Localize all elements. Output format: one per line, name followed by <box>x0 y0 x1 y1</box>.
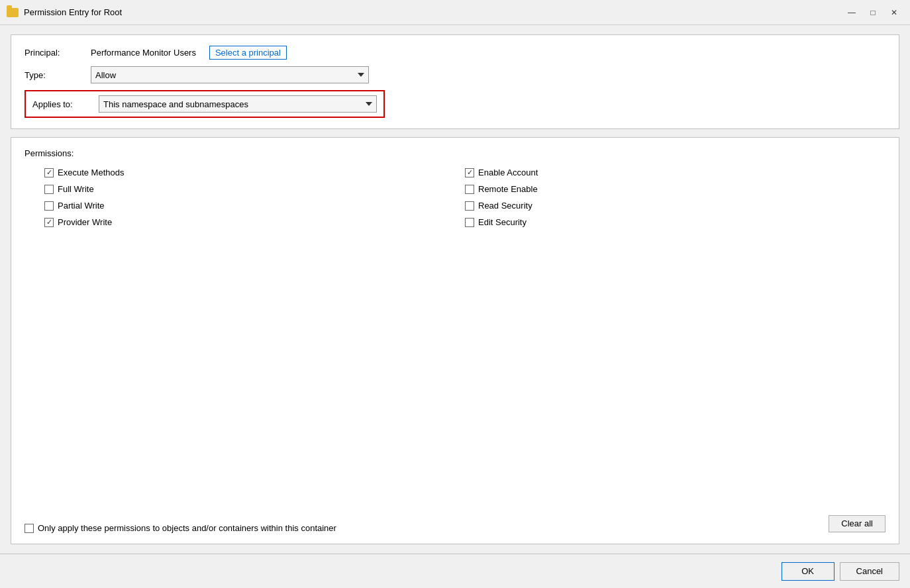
perm-enable-account-checkbox[interactable] <box>465 168 474 177</box>
clear-all-button[interactable]: Clear all <box>829 515 885 532</box>
dialog-footer: OK Cancel <box>0 554 910 588</box>
perm-partial-write-label: Partial Write <box>58 201 105 211</box>
perm-full-write-checkbox[interactable] <box>44 185 54 194</box>
applies-to-highlighted: Applies to: This namespace and subnamesp… <box>25 90 385 118</box>
applies-to-dropdown[interactable]: This namespace and subnamespaces This na… <box>99 95 377 113</box>
perm-provider-write: Provider Write <box>44 217 465 227</box>
minimize-button[interactable]: — <box>842 5 861 20</box>
permissions-bottom-bar: Only apply these permissions to objects … <box>25 506 885 533</box>
maximize-button[interactable]: □ <box>864 5 882 20</box>
window-title: Permission Entry for Root <box>24 7 837 17</box>
perm-enable-account: Enable Account <box>465 168 885 177</box>
perm-remote-enable: Remote Enable <box>465 184 885 194</box>
close-button[interactable]: ✕ <box>885 5 903 20</box>
type-row: Type: Allow Deny <box>25 66 885 83</box>
perm-read-security-label: Read Security <box>478 201 532 211</box>
perm-provider-write-label: Provider Write <box>58 217 112 227</box>
perm-execute-methods-label: Execute Methods <box>58 168 124 177</box>
perm-remote-enable-checkbox[interactable] <box>465 185 474 194</box>
perm-full-write: Full Write <box>44 184 465 194</box>
perm-edit-security: Edit Security <box>465 217 885 227</box>
perm-provider-write-checkbox[interactable] <box>44 218 54 227</box>
perm-edit-security-label: Edit Security <box>478 217 527 227</box>
titlebar: Permission Entry for Root — □ ✕ <box>0 0 910 25</box>
perm-read-security-checkbox[interactable] <box>465 201 474 211</box>
permissions-title: Permissions: <box>25 148 885 158</box>
permissions-grid: Execute Methods Full Write Partial Write… <box>44 168 885 234</box>
principal-label: Principal: <box>25 48 84 58</box>
cancel-button[interactable]: Cancel <box>840 562 899 581</box>
permissions-right-col: Enable Account Remote Enable Read Securi… <box>465 168 885 234</box>
perm-remote-enable-label: Remote Enable <box>478 184 538 194</box>
window: Permission Entry for Root — □ ✕ Principa… <box>0 0 910 588</box>
permissions-panel: Permissions: Execute Methods Full Write … <box>11 137 899 544</box>
principal-row: Principal: Performance Monitor Users Sel… <box>25 46 885 60</box>
principal-name: Performance Monitor Users <box>91 48 196 58</box>
type-label: Type: <box>25 70 84 80</box>
perm-edit-security-checkbox[interactable] <box>465 218 474 227</box>
perm-partial-write: Partial Write <box>44 201 465 211</box>
ok-button[interactable]: OK <box>782 562 834 581</box>
permissions-left-col: Execute Methods Full Write Partial Write… <box>44 168 465 234</box>
content-area: Principal: Performance Monitor Users Sel… <box>0 25 910 554</box>
perm-execute-methods: Execute Methods <box>44 168 465 177</box>
type-dropdown[interactable]: Allow Deny <box>91 66 369 83</box>
applies-to-row-outer: Applies to: This namespace and subnamesp… <box>25 90 885 118</box>
folder-icon <box>7 8 19 17</box>
perm-partial-write-checkbox[interactable] <box>44 201 54 211</box>
select-principal-link[interactable]: Select a principal <box>209 46 287 60</box>
perm-enable-account-label: Enable Account <box>478 168 538 177</box>
perm-read-security: Read Security <box>465 201 885 211</box>
only-apply-label: Only apply these permissions to objects … <box>38 523 336 533</box>
applies-to-label: Applies to: <box>32 99 92 109</box>
principal-panel: Principal: Performance Monitor Users Sel… <box>11 34 899 129</box>
perm-execute-methods-checkbox[interactable] <box>44 168 54 177</box>
only-apply-row: Only apply these permissions to objects … <box>25 523 336 533</box>
titlebar-controls: — □ ✕ <box>842 5 903 20</box>
perm-full-write-label: Full Write <box>58 184 94 194</box>
only-apply-checkbox[interactable] <box>25 524 34 533</box>
